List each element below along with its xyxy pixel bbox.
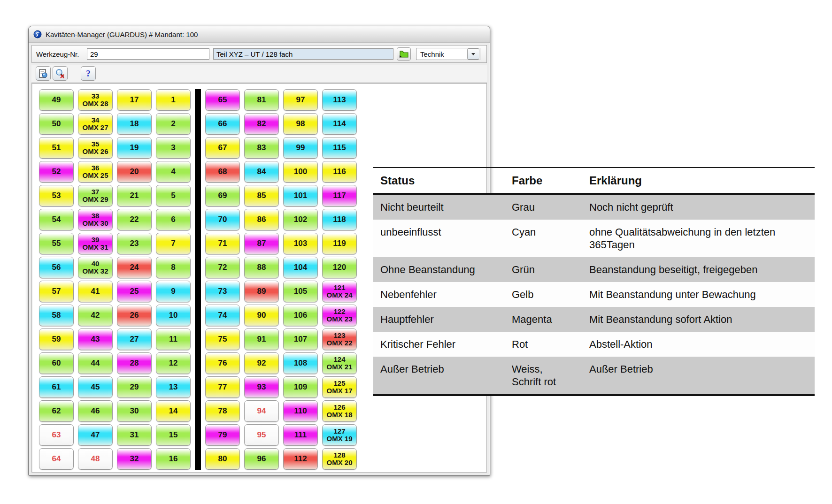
- cavity-cell-45[interactable]: 45: [78, 376, 113, 398]
- cavity-cell-110[interactable]: 110: [283, 400, 318, 422]
- cavity-cell-85[interactable]: 85: [244, 185, 279, 206]
- cavity-cell-15[interactable]: 15: [156, 424, 191, 446]
- clear-search-button[interactable]: [53, 66, 68, 81]
- cavity-cell-55[interactable]: 55: [39, 233, 74, 254]
- cavity-cell-51[interactable]: 51: [39, 137, 74, 159]
- cavity-cell-30[interactable]: 30: [117, 400, 152, 422]
- cavity-cell-14[interactable]: 14: [156, 400, 191, 422]
- cavity-cell-10[interactable]: 10: [156, 305, 191, 326]
- cavity-cell-62[interactable]: 62: [39, 400, 74, 422]
- cavity-cell-112[interactable]: 112: [283, 448, 318, 470]
- cavity-cell-17[interactable]: 17: [117, 89, 152, 111]
- cavity-cell-99[interactable]: 99: [283, 137, 318, 159]
- cavity-cell-4[interactable]: 4: [156, 161, 191, 183]
- cavity-cell-87[interactable]: 87: [244, 233, 279, 254]
- cavity-cell-37[interactable]: 37OMX 29: [78, 185, 113, 206]
- cavity-cell-68[interactable]: 68: [205, 161, 240, 183]
- cavity-cell-18[interactable]: 18: [117, 113, 152, 135]
- cavity-cell-36[interactable]: 36OMX 25: [78, 161, 113, 183]
- cavity-cell-94[interactable]: 94: [244, 400, 279, 422]
- cavity-cell-107[interactable]: 107: [283, 328, 318, 350]
- cavity-cell-23[interactable]: 23: [117, 233, 152, 254]
- cavity-cell-26[interactable]: 26: [117, 305, 152, 326]
- cavity-cell-60[interactable]: 60: [39, 352, 74, 374]
- cavity-cell-95[interactable]: 95: [244, 424, 279, 446]
- cavity-cell-25[interactable]: 25: [117, 281, 152, 302]
- cavity-cell-31[interactable]: 31: [117, 424, 152, 446]
- open-folder-button[interactable]: [397, 47, 411, 61]
- cavity-cell-86[interactable]: 86: [244, 209, 279, 230]
- cavity-cell-69[interactable]: 69: [205, 185, 240, 206]
- cavity-cell-118[interactable]: 118: [322, 209, 357, 230]
- cavity-cell-46[interactable]: 46: [78, 400, 113, 422]
- cavity-cell-127[interactable]: 127OMX 19: [322, 424, 357, 446]
- help-button[interactable]: ?: [81, 66, 96, 81]
- cavity-cell-41[interactable]: 41: [78, 281, 113, 302]
- cavity-cell-100[interactable]: 100: [283, 161, 318, 183]
- cavity-cell-24[interactable]: 24: [117, 257, 152, 278]
- cavity-cell-35[interactable]: 35OMX 26: [78, 137, 113, 159]
- cavity-cell-91[interactable]: 91: [244, 328, 279, 350]
- cavity-cell-120[interactable]: 120: [322, 257, 357, 278]
- cavity-cell-56[interactable]: 56: [39, 257, 74, 278]
- chevron-down-icon[interactable]: [467, 48, 479, 60]
- cavity-cell-20[interactable]: 20: [117, 161, 152, 183]
- teil-input[interactable]: [213, 48, 393, 60]
- cavity-cell-5[interactable]: 5: [156, 185, 191, 206]
- cavity-cell-7[interactable]: 7: [156, 233, 191, 254]
- cavity-cell-16[interactable]: 16: [156, 448, 191, 470]
- cavity-cell-32[interactable]: 32: [117, 448, 152, 470]
- cavity-cell-19[interactable]: 19: [117, 137, 152, 159]
- cavity-cell-48[interactable]: 48: [78, 448, 113, 470]
- cavity-cell-80[interactable]: 80: [205, 448, 240, 470]
- cavity-cell-122[interactable]: 122OMX 23: [322, 305, 357, 326]
- cavity-cell-13[interactable]: 13: [156, 376, 191, 398]
- cavity-cell-57[interactable]: 57: [39, 281, 74, 302]
- cavity-cell-92[interactable]: 92: [244, 352, 279, 374]
- cavity-cell-88[interactable]: 88: [244, 257, 279, 278]
- cavity-cell-77[interactable]: 77: [205, 376, 240, 398]
- cavity-cell-40[interactable]: 40OMX 32: [78, 257, 113, 278]
- cavity-cell-67[interactable]: 67: [205, 137, 240, 159]
- cavity-cell-124[interactable]: 124OMX 21: [322, 352, 357, 374]
- cavity-cell-21[interactable]: 21: [117, 185, 152, 206]
- cavity-cell-33[interactable]: 33OMX 28: [78, 89, 113, 111]
- cavity-cell-11[interactable]: 11: [156, 328, 191, 350]
- cavity-cell-70[interactable]: 70: [205, 209, 240, 230]
- cavity-cell-3[interactable]: 3: [156, 137, 191, 159]
- cavity-cell-8[interactable]: 8: [156, 257, 191, 278]
- cavity-cell-125[interactable]: 125OMX 17: [322, 376, 357, 398]
- cavity-cell-47[interactable]: 47: [78, 424, 113, 446]
- werkzeug-input[interactable]: [87, 48, 209, 60]
- cavity-cell-63[interactable]: 63: [39, 424, 74, 446]
- cavity-cell-73[interactable]: 73: [205, 281, 240, 302]
- cavity-cell-71[interactable]: 71: [205, 233, 240, 254]
- cavity-cell-101[interactable]: 101: [283, 185, 318, 206]
- cavity-cell-27[interactable]: 27: [117, 328, 152, 350]
- cavity-cell-83[interactable]: 83: [244, 137, 279, 159]
- cavity-cell-50[interactable]: 50: [39, 113, 74, 135]
- cavity-cell-22[interactable]: 22: [117, 209, 152, 230]
- cavity-cell-106[interactable]: 106: [283, 305, 318, 326]
- cavity-cell-121[interactable]: 121OMX 24: [322, 281, 357, 302]
- cavity-cell-81[interactable]: 81: [244, 89, 279, 111]
- cavity-cell-38[interactable]: 38OMX 30: [78, 209, 113, 230]
- cavity-cell-111[interactable]: 111: [283, 424, 318, 446]
- cavity-cell-43[interactable]: 43: [78, 328, 113, 350]
- cavity-cell-123[interactable]: 123OMX 22: [322, 328, 357, 350]
- cavity-cell-59[interactable]: 59: [39, 328, 74, 350]
- cavity-cell-66[interactable]: 66: [205, 113, 240, 135]
- cavity-cell-79[interactable]: 79: [205, 424, 240, 446]
- cavity-cell-116[interactable]: 116: [322, 161, 357, 183]
- cavity-cell-97[interactable]: 97: [283, 89, 318, 111]
- cavity-cell-102[interactable]: 102: [283, 209, 318, 230]
- cavity-cell-52[interactable]: 52: [39, 161, 74, 183]
- cavity-cell-72[interactable]: 72: [205, 257, 240, 278]
- cavity-cell-53[interactable]: 53: [39, 185, 74, 206]
- cavity-cell-117[interactable]: 117: [322, 185, 357, 206]
- cavity-cell-128[interactable]: 128OMX 20: [322, 448, 357, 470]
- cavity-cell-78[interactable]: 78: [205, 400, 240, 422]
- cavity-cell-61[interactable]: 61: [39, 376, 74, 398]
- cavity-cell-65[interactable]: 65: [205, 89, 240, 111]
- cavity-cell-115[interactable]: 115: [322, 137, 357, 159]
